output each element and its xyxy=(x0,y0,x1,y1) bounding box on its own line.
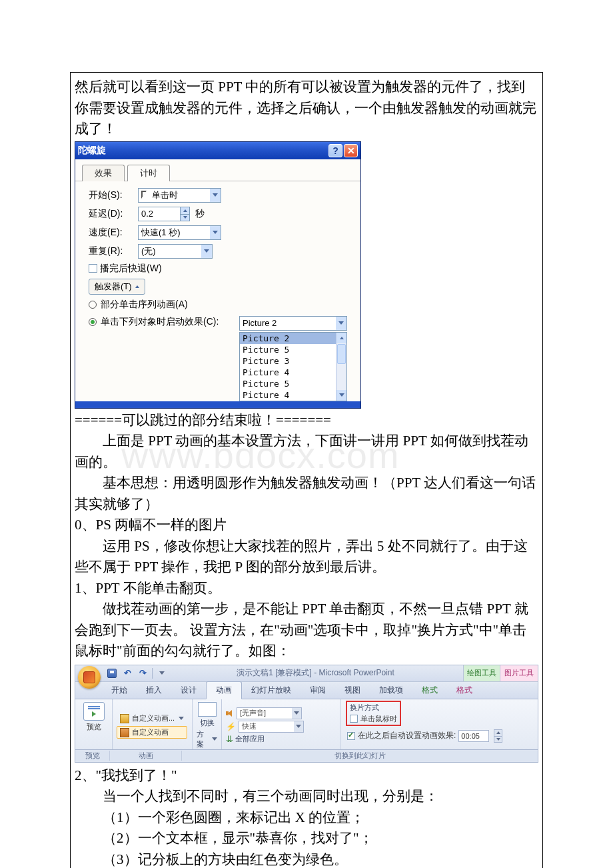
tab-slideshow[interactable]: 幻灯片放映 xyxy=(242,682,301,699)
trigger-listbox[interactable]: Picture 2 Picture 5 Picture 3 Picture 4 … xyxy=(239,332,347,401)
scrollbar[interactable] xyxy=(336,333,346,401)
tab-review[interactable]: 审阅 xyxy=(301,682,335,699)
star-icon xyxy=(120,714,129,723)
list-item[interactable]: Picture 4 xyxy=(240,389,346,401)
paragraph: 上面是 PPT 动画的基本设置方法，下面讲一讲用 PPT 如何做到找茬动画的。 xyxy=(75,431,538,473)
transition-scheme-button[interactable]: 切换 方案 xyxy=(197,702,217,749)
ribbon-tabs: 开始 插入 设计 动画 幻灯片放映 审阅 视图 加载项 格式 格式 xyxy=(75,682,538,699)
dialog-title: 陀螺旋 xyxy=(78,145,327,157)
preview-label: 预览 xyxy=(87,722,101,732)
list-item[interactable]: Picture 5 xyxy=(240,378,346,389)
quick-access-toolbar: ↶ ↷ xyxy=(106,667,168,679)
dialog-bottom-border xyxy=(75,401,360,408)
advance-after-row[interactable]: 在此之后自动设置动画效果: 00:05 xyxy=(347,729,502,743)
paragraph: （2）一个文本框，显示"恭喜你，找对了"； xyxy=(75,828,538,849)
advance-time-input[interactable]: 00:05 xyxy=(458,730,489,742)
window-title: 演示文稿1 [兼容模式] - Microsoft PowerPoint xyxy=(168,667,463,679)
tab-format-pic[interactable]: 格式 xyxy=(447,682,482,699)
redo-button[interactable]: ↷ xyxy=(137,667,149,679)
tab-animations[interactable]: 动画 xyxy=(206,681,242,699)
heading-1: 1、PPT 不能单击翻页。 xyxy=(75,578,538,599)
qat-dropdown[interactable] xyxy=(156,667,168,679)
chevron-down-icon xyxy=(210,226,221,239)
list-item[interactable]: Picture 4 xyxy=(240,367,346,378)
heading-0: 0、PS 两幅不一样的图片 xyxy=(75,515,538,536)
heading-2: 2、"我找到了！" xyxy=(75,765,538,787)
powerpoint-ribbon: ↶ ↷ 演示文稿1 [兼容模式] - Microsoft PowerPoint … xyxy=(75,665,538,763)
picture-tools-tab[interactable]: 图片工具 xyxy=(500,665,538,681)
drawing-tools-tab[interactable]: 绘图工具 xyxy=(463,665,500,681)
preview-button[interactable] xyxy=(83,702,105,721)
paragraph: 基本思想：用透明圆形作为触发器触发动画！（PPT 达人们看这一句话其实就够了） xyxy=(75,473,538,515)
custom-animation-button[interactable]: 自定义动画 xyxy=(117,726,187,739)
repeat-label: 重复(R): xyxy=(89,245,138,257)
close-button[interactable]: ✕ xyxy=(344,144,358,157)
chevron-down-icon xyxy=(201,245,212,258)
speed-label: 速度(E): xyxy=(89,227,138,239)
paragraph: 当一个人找到不同时，有三个动画同时出现，分别是： xyxy=(75,786,538,807)
undo-button[interactable]: ↶ xyxy=(121,667,133,679)
list-item[interactable]: Picture 2 xyxy=(240,333,346,344)
speed-combo[interactable]: 快速(1 秒) xyxy=(138,225,221,240)
seconds-label: 秒 xyxy=(195,208,205,220)
repeat-combo[interactable]: (无) xyxy=(138,244,213,259)
apply-icon: ⇊ xyxy=(226,734,233,744)
slide-icon xyxy=(198,702,217,717)
lightning-icon: ⚡ xyxy=(226,722,236,731)
list-item[interactable]: Picture 5 xyxy=(240,344,346,355)
save-icon xyxy=(107,669,117,678)
document-frame: 然后就可以看到这一页 PPT 中的所有可以被设置为触发器的元件了，找到你需要设置… xyxy=(70,72,543,868)
time-spinner[interactable] xyxy=(494,729,502,743)
tab-insert[interactable]: 插入 xyxy=(137,682,171,699)
intro-paragraph: 然后就可以看到这一页 PPT 中的所有可以被设置为触发器的元件了，找到你需要设置… xyxy=(75,77,538,140)
paragraph: （1）一个彩色圆圈，来标记出 X 的位置； xyxy=(75,807,538,829)
speaker-icon xyxy=(226,709,234,717)
tab-effect[interactable]: 效果 xyxy=(82,165,125,181)
checkbox-empty-icon xyxy=(350,715,358,723)
delay-spinner[interactable]: 0.2 xyxy=(138,207,190,221)
tab-design[interactable]: 设计 xyxy=(171,682,206,699)
speed-combo[interactable]: 快速 xyxy=(239,721,304,733)
chevron-down-icon xyxy=(179,717,184,720)
skip-end-divider: ======可以跳过的部分结束啦！======= xyxy=(75,410,538,431)
trigger-dialog: 陀螺旋 ? ✕ 效果 计时 开始(S): 单击时 xyxy=(75,141,361,409)
tab-format-draw[interactable]: 格式 xyxy=(412,682,447,699)
sequence-radio[interactable]: 部分单击序列动画(A) xyxy=(89,299,350,311)
apply-all-button[interactable]: ⇊ 全部应用 xyxy=(226,734,304,744)
sound-combo[interactable]: [无声音] xyxy=(237,707,302,719)
help-button[interactable]: ? xyxy=(328,144,342,157)
paragraph: 做找茬动画的第一步，是不能让 PPT 单击翻页，不然一旦点错 PPT 就会跑到下… xyxy=(75,599,538,662)
mouse-icon xyxy=(141,191,149,200)
chevron-down-icon xyxy=(210,189,221,202)
tab-timing[interactable]: 计时 xyxy=(127,165,170,181)
onclick-radio[interactable]: 单击下列对象时启动效果(C): xyxy=(89,316,233,328)
paragraph: 运用 PS，修改你想让大家找茬的照片，弄出 5 处不同就行了。由于这些不属于 P… xyxy=(75,536,538,578)
transition-mode-highlight: 换片方式 单击鼠标时 xyxy=(346,701,401,726)
paragraph: （3）记分板上的方块由红色变为绿色。 xyxy=(75,849,538,869)
tab-home[interactable]: 开始 xyxy=(102,682,137,699)
transition-mode-title: 换片方式 xyxy=(350,703,397,713)
gear-icon xyxy=(120,728,129,737)
dialog-tabs: 效果 计时 xyxy=(75,159,360,181)
list-item[interactable]: Picture 3 xyxy=(240,355,346,367)
checkbox-checked-icon xyxy=(347,732,355,740)
start-combo[interactable]: 单击时 xyxy=(138,188,221,203)
start-label: 开始(S): xyxy=(89,189,138,201)
dialog-titlebar: 陀螺旋 ? ✕ xyxy=(75,142,360,159)
chevron-up-icon xyxy=(135,285,139,288)
ribbon-group-labels: 预览 动画 切换到此幻灯片 xyxy=(75,750,538,762)
tab-addins[interactable]: 加载项 xyxy=(370,682,412,699)
office-button[interactable] xyxy=(78,666,101,689)
on-click-checkbox[interactable]: 单击鼠标时 xyxy=(350,714,397,724)
tab-view[interactable]: 视图 xyxy=(335,682,370,699)
trigger-expand-button[interactable]: 触发器(T) xyxy=(89,279,145,295)
trigger-object-combo[interactable]: Picture 2 xyxy=(239,316,347,331)
save-button[interactable] xyxy=(106,667,118,679)
chevron-down-icon xyxy=(336,317,346,330)
rewind-checkbox[interactable]: 播完后快退(W) xyxy=(89,263,350,275)
delay-label: 延迟(D): xyxy=(89,208,138,220)
checkbox-icon xyxy=(89,264,97,273)
custom-animation-dropdown[interactable]: 自定义动画... xyxy=(117,712,187,725)
